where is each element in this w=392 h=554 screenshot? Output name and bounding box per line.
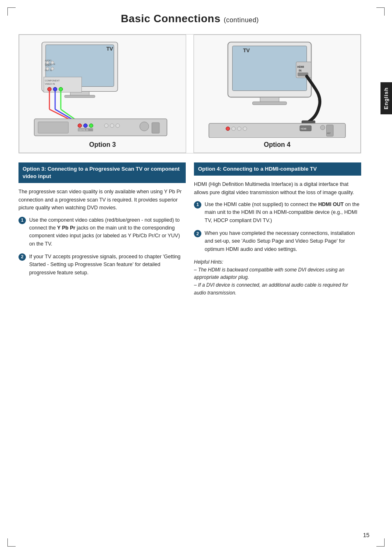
option3-step1-bold: Y Pb Pr (57, 225, 75, 231)
svg-point-35 (140, 122, 149, 131)
corner-mark-br (376, 538, 385, 547)
option3-diagram-box: TV COMPONENT VIDEO IN OUT IN VIDEO S-VID… (19, 35, 186, 153)
step1-circle: 1 (18, 217, 26, 224)
svg-point-18 (51, 61, 54, 64)
option3-step2: 2 If your TV accepts progressive signals… (18, 253, 186, 277)
svg-point-49 (232, 127, 235, 130)
svg-text:HDMI: HDMI (297, 65, 304, 68)
corner-mark-tl (7, 7, 16, 16)
option3-body: The progressive scan video quality is on… (18, 188, 186, 212)
svg-point-8 (48, 87, 51, 91)
svg-point-34 (116, 124, 120, 127)
svg-rect-47 (209, 123, 345, 138)
svg-point-9 (53, 87, 57, 91)
svg-point-29 (89, 124, 93, 127)
corner-mark-tr (376, 7, 385, 16)
option4-step1-circle: 1 (194, 201, 201, 209)
hint2: – If a DVI device is connected, an addit… (194, 281, 361, 297)
option3-label: Option 3 (89, 141, 116, 148)
svg-text:HDMI: HDMI (301, 127, 307, 130)
svg-text:VIDEO IN: VIDEO IN (45, 83, 55, 85)
option4-body: HDMI (High Definition Multimedia Interfa… (194, 181, 361, 197)
option4-step2-circle: 2 (194, 230, 201, 237)
svg-point-51 (243, 127, 247, 130)
svg-point-50 (238, 127, 241, 130)
svg-text:COMPONENT: COMPONENT (45, 79, 60, 82)
option4-step1: 1 Use the HDMI cable (not supplied) to c… (194, 201, 361, 225)
svg-point-27 (78, 124, 82, 127)
svg-point-17 (46, 61, 49, 64)
option4-svg: TV HDMI IN (198, 39, 356, 138)
option3-step1: 1 Use the component video cables (red/bl… (18, 216, 186, 248)
option3-text-col: Option 3: Connecting to a Progressive Sc… (18, 162, 186, 282)
option4-step1-bold: HDMI OUT (318, 202, 344, 207)
option4-diagram-box: TV HDMI IN (194, 35, 361, 153)
svg-rect-3 (65, 95, 95, 98)
option4-heading: Option 4: Connecting to a HDMI-compatibl… (194, 162, 361, 176)
svg-rect-40 (253, 102, 287, 104)
svg-point-13 (46, 67, 49, 70)
option3-step1-text: Use the component video cables (red/blue… (29, 216, 186, 248)
svg-point-48 (226, 127, 230, 130)
hints-title: Helpful Hints: (194, 258, 361, 266)
svg-text:IN: IN (299, 69, 302, 72)
svg-point-10 (59, 87, 62, 91)
text-row: Option 3: Connecting to a Progressive Sc… (18, 162, 361, 297)
step2-circle: 2 (18, 253, 26, 261)
svg-point-14 (51, 67, 54, 70)
page-title: Basic Connections (continued) (18, 12, 361, 25)
helpful-hints: Helpful Hints: – The HDMI is backward co… (194, 258, 361, 297)
option4-diagram: TV HDMI IN (198, 39, 356, 138)
svg-point-32 (104, 124, 108, 127)
option4-step1-text: Use the HDMI cable (not supplied) to con… (205, 201, 361, 225)
svg-rect-54 (327, 125, 334, 137)
option4-text-col: Option 4: Connecting to a HDMI-compatibl… (194, 162, 361, 297)
option4-step2: 2 When you have completed the necessary … (194, 229, 361, 253)
option3-diagram: TV COMPONENT VIDEO IN OUT IN VIDEO S-VID… (23, 39, 182, 138)
option3-step2-text: If your TV accepts progressive signals, … (29, 253, 186, 277)
svg-text:TV: TV (243, 47, 250, 53)
option3-heading: Option 3: Connecting to a Progressive Sc… (18, 162, 186, 183)
svg-text:TV: TV (106, 46, 113, 52)
language-tab: English (380, 82, 392, 114)
option4-label: Option 4 (264, 141, 291, 148)
svg-point-28 (83, 124, 87, 127)
diagrams-row: TV COMPONENT VIDEO IN OUT IN VIDEO S-VID… (18, 34, 361, 153)
main-content: Basic Connections (continued) TV COMPONE… (18, 12, 369, 297)
svg-rect-36 (152, 123, 159, 133)
corner-mark-bl (7, 538, 16, 547)
page-number: 15 (363, 532, 369, 538)
hint1: – The HDMI is backward compatible with s… (194, 266, 361, 281)
svg-text:DIGITAL IN: DIGITAL IN (78, 129, 88, 131)
svg-point-56 (321, 125, 325, 130)
option4-step2-text: When you have completed the necessary co… (205, 229, 361, 253)
svg-text:ANT: ANT (327, 132, 330, 134)
svg-point-33 (110, 124, 114, 127)
svg-rect-26 (38, 122, 69, 133)
option3-svg: TV COMPONENT VIDEO IN OUT IN VIDEO S-VID… (23, 39, 182, 138)
